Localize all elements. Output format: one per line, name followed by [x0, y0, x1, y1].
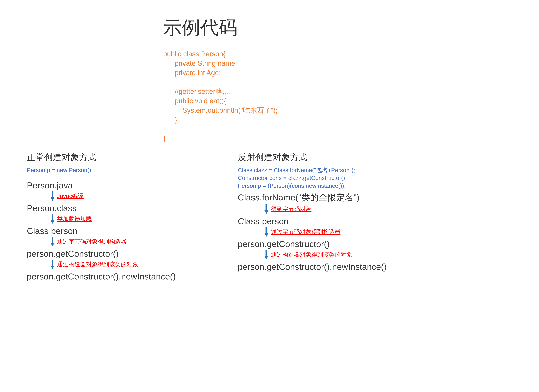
- left-column: 正常创建对象方式 Person p = new Person(); Person…: [27, 152, 230, 281]
- right-step-1: Class.forName("类的全限定名"): [238, 192, 484, 203]
- arrow-label: 类加载器加载: [57, 215, 92, 223]
- svg-marker-1: [51, 197, 54, 201]
- arrow-row: 得到字节码对象: [264, 204, 484, 214]
- arrow-down-icon: [264, 227, 269, 237]
- arrow-row: 通过字节码对象得到构造器: [50, 236, 230, 247]
- svg-marker-11: [265, 233, 268, 237]
- arrow-label: 通过构造器对象得到该类的对象: [57, 260, 138, 268]
- arrow-row: Javac编译: [50, 191, 230, 201]
- svg-marker-7: [51, 266, 54, 269]
- left-step-3: Class person: [27, 226, 230, 236]
- page-title: 示例代码: [163, 15, 237, 40]
- right-step-3: person.getConstructor(): [238, 239, 484, 249]
- code-line: public void eat(){: [163, 97, 226, 105]
- arrow-down-icon: [50, 236, 55, 247]
- right-heading: 反射创建对象方式: [238, 152, 484, 163]
- code-line: System.out.println("吃东西了");: [163, 106, 278, 114]
- right-code-line-3: Person p = (Person)(cons.newInstance());: [238, 182, 484, 190]
- arrow-row: 通过构造器对象得到该类的对象: [264, 249, 484, 260]
- arrow-down-icon: [264, 204, 269, 214]
- code-line: }: [163, 116, 177, 124]
- left-step-2: Person.class: [27, 203, 230, 213]
- code-line: }: [163, 135, 165, 142]
- code-line: private String name;: [163, 59, 237, 67]
- right-step-4: person.getConstructor().newInstance(): [238, 262, 484, 272]
- svg-marker-9: [265, 210, 268, 214]
- arrow-down-icon: [50, 213, 55, 224]
- left-step-1: Person.java: [27, 180, 230, 190]
- arrow-label: 通过字节码对象得到构造器: [57, 237, 127, 246]
- arrow-down-icon: [50, 191, 55, 201]
- svg-marker-5: [51, 243, 54, 246]
- arrow-label: 通过构造器对象得到该类的对象: [271, 251, 352, 259]
- arrow-row: 通过字节码对象得到构造器: [264, 227, 484, 237]
- right-column: 反射创建对象方式 Class clazz = Class.forName("包名…: [238, 152, 484, 272]
- left-step-5: person.getConstructor().newInstance(): [27, 271, 230, 281]
- arrow-down-icon: [264, 249, 269, 260]
- arrow-label: 通过字节码对象得到构造器: [271, 228, 341, 236]
- left-code-snippet: Person p = new Person();: [27, 166, 230, 174]
- right-code-line-1: Class clazz = Class.forName("包名+Person")…: [238, 166, 484, 174]
- right-step-2: Class person: [238, 216, 484, 226]
- svg-marker-13: [265, 256, 268, 259]
- arrow-row: 类加载器加载: [50, 213, 230, 224]
- code-line: //getter,setter略,,,,,: [163, 87, 232, 95]
- left-step-4: person.getConstructor(): [27, 249, 230, 259]
- code-line: private int Age;: [163, 69, 221, 77]
- arrow-down-icon: [50, 259, 55, 269]
- right-code-line-2: Constructor cons = clazz.getConstructor(…: [238, 174, 484, 182]
- sample-code-block: public class Person{ private String name…: [163, 49, 278, 143]
- svg-marker-3: [51, 220, 54, 224]
- code-line: public class Person{: [163, 50, 226, 58]
- arrow-label: Javac编译: [57, 192, 84, 200]
- arrow-label: 得到字节码对象: [271, 205, 312, 213]
- arrow-row: 通过构造器对象得到该类的对象: [50, 259, 230, 269]
- left-heading: 正常创建对象方式: [27, 152, 230, 163]
